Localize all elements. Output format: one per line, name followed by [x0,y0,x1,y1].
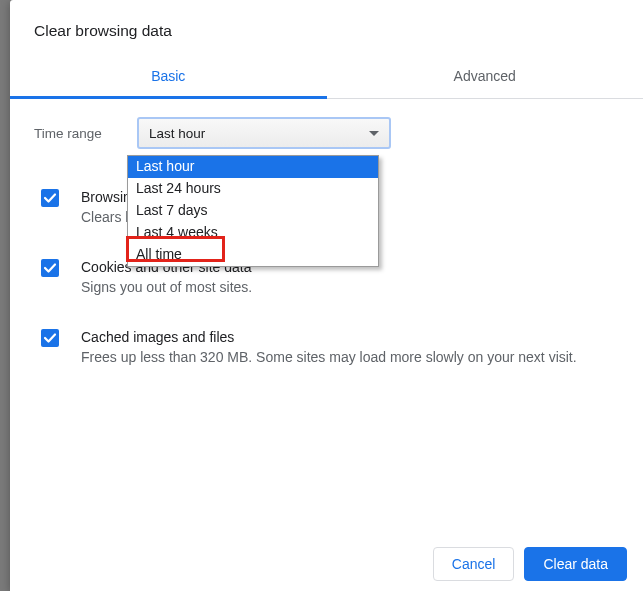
tab-basic-label: Basic [151,68,185,84]
checkbox-browsing-history[interactable] [41,189,59,207]
clear-browsing-data-dialog: Clear browsing data Basic Advanced Time … [10,0,643,591]
time-range-row: Time range Last hour [34,117,619,149]
tabs: Basic Advanced [10,56,643,99]
dropdown-option-last-4-weeks[interactable]: Last 4 weeks [128,222,378,244]
check-icon [43,191,57,205]
cancel-button-label: Cancel [452,556,496,572]
check-icon [43,261,57,275]
cancel-button[interactable]: Cancel [433,547,515,581]
time-range-label: Time range [34,126,137,141]
option-subtitle: Frees up less than 320 MB. Some sites ma… [81,347,619,367]
checkbox-cookies[interactable] [41,259,59,277]
tab-advanced-label: Advanced [454,68,516,84]
dropdown-option-last-24-hours[interactable]: Last 24 hours [128,178,378,200]
clear-data-button-label: Clear data [543,556,608,572]
time-range-selected-value: Last hour [149,126,205,141]
tab-advanced[interactable]: Advanced [327,56,644,99]
option-subtitle: Signs you out of most sites. [81,277,619,297]
option-title: Cached images and files [81,327,619,347]
clear-data-button[interactable]: Clear data [524,547,627,581]
dropdown-option-all-time[interactable]: All time [128,244,378,266]
option-cache: Cached images and files Frees up less th… [34,327,619,367]
dialog-title: Clear browsing data [10,0,643,56]
dialog-footer: Cancel Clear data [10,533,643,591]
time-range-select[interactable]: Last hour [137,117,391,149]
option-text: Cached images and files Frees up less th… [81,327,619,367]
checkbox-cache[interactable] [41,329,59,347]
dropdown-option-last-hour[interactable]: Last hour [128,156,378,178]
chevron-down-icon [369,131,379,136]
time-range-dropdown[interactable]: Last hour Last 24 hours Last 7 days Last… [127,155,379,267]
tab-basic[interactable]: Basic [10,56,327,99]
check-icon [43,331,57,345]
dropdown-option-last-7-days[interactable]: Last 7 days [128,200,378,222]
